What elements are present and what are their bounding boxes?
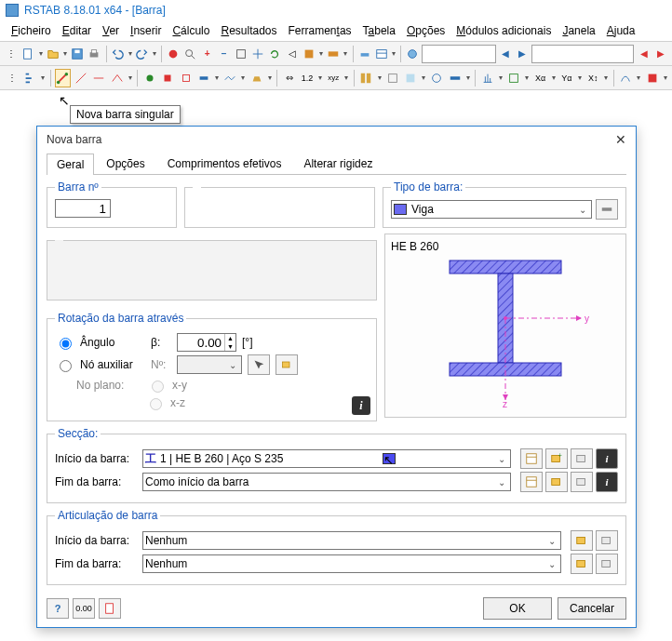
go-prev-icon[interactable]: ◀ [636,45,651,63]
menu-resultados[interactable]: Resultados [217,22,280,39]
tool-g1-dropdown[interactable] [636,69,642,87]
info-button[interactable]: i [596,448,618,469]
tool-g1-icon[interactable] [618,69,634,87]
tool-e1-icon[interactable] [358,69,374,87]
label-icon[interactable]: 1.2 [299,69,315,87]
view2-dropdown[interactable] [343,45,348,63]
toolbar-combo-2[interactable] [531,45,634,63]
tool-c5-dropdown[interactable] [240,69,247,87]
tool-d1-icon[interactable]: ⇔ [281,69,297,87]
arrows-icon[interactable] [250,45,265,63]
sec-inicio-combo[interactable]: 工 1 | HE B 260 | Aço S 235 ↖ ⌄ [142,449,511,468]
spin-down-icon[interactable]: ▼ [224,342,235,351]
label-dropdown[interactable] [317,69,324,87]
edit-section-button[interactable] [571,472,593,492]
new-file-dropdown[interactable] [37,45,43,63]
globe-icon[interactable] [405,45,420,63]
tool-e1-dropdown[interactable] [376,69,383,87]
nav-tree-icon[interactable] [21,69,37,87]
magnifier-icon[interactable] [182,45,197,63]
tool-f5-dropdown[interactable] [603,69,610,87]
tab-comprimentos[interactable]: Comprimentos efetivos [157,153,292,174]
tool-f1-icon[interactable] [479,69,495,87]
menu-tabela[interactable]: Tabela [359,22,399,39]
tool-e2-icon[interactable] [384,69,400,87]
prev-icon[interactable]: ◀ [498,45,513,63]
menu-opcoes[interactable]: Opções [403,22,449,39]
spin-up-icon[interactable]: ▲ [224,334,235,342]
edit-hinge-button[interactable] [596,554,618,574]
pick-node-button[interactable] [248,354,270,375]
item-icon[interactable] [356,45,371,63]
tool-f3-dropdown[interactable] [550,69,557,87]
tab-opcoes[interactable]: Opções [96,153,155,174]
menu-ferramentas[interactable]: Ferramentas [285,22,356,39]
help-button[interactable]: ? [47,598,69,619]
redo-dropdown[interactable] [152,45,157,63]
tool-f4-icon[interactable]: Yα [558,69,574,87]
tool-c1-icon[interactable] [141,69,157,87]
save-button[interactable] [70,45,85,63]
new-member-button[interactable] [55,69,71,87]
menu-modulos[interactable]: Módulos adicionais [452,22,555,39]
art-fim-combo[interactable]: Nenhum ⌄ [142,554,561,573]
edit-hinge-button[interactable] [596,530,618,551]
tipo-settings-button[interactable] [596,199,618,220]
new-file-button[interactable] [20,45,35,63]
open-file-button[interactable] [46,45,60,63]
tab-geral[interactable]: Geral [47,154,94,175]
tool-c4-icon[interactable] [195,69,211,87]
radio-angulo[interactable] [60,338,72,350]
prev-view-icon[interactable]: ◁ [284,45,299,63]
ok-button[interactable]: OK [483,597,552,620]
tool-b3-icon[interactable] [109,69,125,87]
nav-tree-dropdown[interactable] [40,69,47,87]
units-button[interactable]: 0.00 [73,598,95,619]
view1-icon[interactable] [302,45,316,63]
view2-icon[interactable] [326,45,341,63]
library-button[interactable] [520,448,543,469]
undo-button[interactable] [110,45,125,63]
xyz-icon[interactable]: xyz [326,69,342,87]
tool-b3-dropdown[interactable] [127,69,133,87]
barra-no-input[interactable] [55,199,111,218]
menu-editar[interactable]: Editar [59,22,95,39]
tool-b1-icon[interactable] [73,69,88,87]
undo-dropdown[interactable] [128,45,133,63]
expand-icon[interactable] [234,45,249,63]
new-section-button[interactable]: + [545,448,568,469]
cancel-button[interactable]: Cancelar [558,597,626,620]
tool-f3-icon[interactable]: Xα [532,69,548,87]
new-hinge-button[interactable] [571,530,593,551]
menu-ficheiro[interactable]: Ficheiro [7,22,55,39]
tool-c6-dropdown[interactable] [266,69,273,87]
tool-e4-icon[interactable] [429,69,445,87]
open-file-dropdown[interactable] [62,45,68,63]
sec-fim-combo[interactable]: Como início da barra ⌄ [142,473,511,491]
table-dropdown[interactable] [391,45,396,63]
print-button[interactable] [87,45,101,63]
tool-f2-icon[interactable] [506,69,522,87]
plus-icon[interactable]: + [200,45,215,63]
tool-e3-dropdown[interactable] [421,69,427,87]
tool-e5-dropdown[interactable] [465,69,472,87]
angulo-spinner[interactable]: ▲▼ [177,333,236,352]
angulo-input[interactable] [178,334,224,351]
tool-c2-icon[interactable] [159,69,175,87]
library-button[interactable] [520,472,543,492]
menu-ajuda[interactable]: Ajuda [603,22,639,39]
go-next-icon[interactable]: ▶ [653,45,668,63]
tool-c5-icon[interactable] [222,69,238,87]
tool-c6-icon[interactable] [249,69,264,87]
close-button[interactable]: ✕ [615,132,626,147]
tool-e3-icon[interactable] [402,69,418,87]
next-icon[interactable]: ▶ [515,45,530,63]
new-hinge-button[interactable] [571,554,593,574]
menu-janela[interactable]: Janela [558,22,598,39]
tool-c4-dropdown[interactable] [214,69,221,87]
tool-b2-icon[interactable] [90,69,106,87]
tool-e5-icon[interactable] [447,69,463,87]
table-icon[interactable] [374,45,389,63]
new-node-button[interactable] [276,354,298,375]
tool-f5-icon[interactable]: X↕ [585,69,600,87]
